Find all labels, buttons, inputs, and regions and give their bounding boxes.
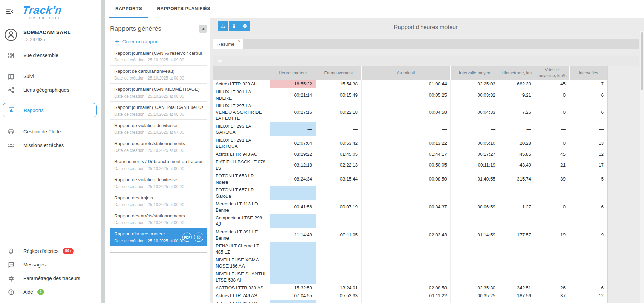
cell-value: — xyxy=(451,122,499,136)
sidebar-item-regles-d-alertes[interactable]: Règles d'alertes 99+ xyxy=(0,244,101,258)
chevron-down-icon xyxy=(217,58,222,64)
report-list-item[interactable]: Rapport de carburant(niveau) Date de cré… xyxy=(110,66,207,84)
column-header-intervalles: Intervalles xyxy=(569,66,608,80)
map-icon xyxy=(7,73,15,80)
table-row[interactable]: HILUX LT 293 LA GAROUA——————— xyxy=(213,122,608,136)
cell-value: 6 xyxy=(569,200,608,214)
sidebar-item-messages[interactable]: Messages xyxy=(0,258,101,272)
logo-subtitle: UP TO DATE xyxy=(23,16,61,20)
tab-rapports[interactable]: RAPPORTS xyxy=(109,0,148,18)
sidebar-item-rapports[interactable]: Rapports xyxy=(3,103,97,117)
create-report-button[interactable]: + Créer un rapport xyxy=(110,36,207,47)
document-tab-bar: Résumé × xyxy=(213,39,639,49)
sidebar-item-liens-geographiques[interactable]: Liens géographiques xyxy=(0,83,101,97)
table-row[interactable]: Actros LTTR 967 AS——————— xyxy=(213,300,608,303)
table-collapse-bar[interactable] xyxy=(213,56,639,66)
vertical-scrollbar[interactable] xyxy=(640,31,644,303)
account-info[interactable]: SOMBACAM SARL ID: 267935 xyxy=(0,28,101,43)
cell-value: 13 xyxy=(569,136,608,150)
tab-resume[interactable]: Résumé × xyxy=(213,39,243,49)
logo-title: Track'n xyxy=(22,5,63,15)
sidebar-item-missions-et-taches[interactable]: Missions et tâches xyxy=(0,139,101,152)
report-list-item[interactable]: Rapport de violation de vitesse Date de … xyxy=(110,120,207,138)
cell-value: — xyxy=(535,122,569,136)
table-row[interactable]: NIVELLEUSE XGMA NOSE 166 AA——————— xyxy=(213,256,608,270)
cell-value: 02:22:13 xyxy=(316,158,362,172)
sidebar-item-gestion-de-flotte[interactable]: Gestion de Flotte xyxy=(0,125,101,139)
table-row[interactable]: FOTON LT 653 LR Ndere08:24:3408:15:4400:… xyxy=(213,172,608,186)
cell-value: 0 xyxy=(535,102,569,122)
table-row[interactable]: Actros LTTR 943 AU03:29:2201:45:0501:44:… xyxy=(213,150,608,158)
table-row[interactable]: RENAULT Citerne LT 485 LZ——————— xyxy=(213,242,608,256)
cell-value: — xyxy=(451,256,499,270)
cell-value: 00:08:50 xyxy=(362,172,451,186)
sidebar-item-aide[interactable]: Aide 1 xyxy=(0,285,101,299)
table-row[interactable]: HILUX LT 291 LA BERTOUA01:07:0400:53:420… xyxy=(213,136,608,150)
cell-value: 00:04:33 xyxy=(451,102,499,122)
report-list-item[interactable]: Rapport journalier (CAN KILOMÉTRAGE) Dat… xyxy=(110,84,207,102)
table-row[interactable]: Mercedes LT 113 LD Benne00:41:5600:07:19… xyxy=(213,200,608,214)
cell-value: 02:03:43 xyxy=(362,228,451,242)
report-list-item[interactable]: Rapport de violation de vitesse Date de … xyxy=(110,174,207,192)
cell-value: — xyxy=(316,122,362,136)
vehicle-name: FOTON LT 653 LR Ndere xyxy=(213,172,270,186)
report-list-item[interactable]: Rapport des trajets Date de création : 2… xyxy=(110,192,207,210)
cell-value: — xyxy=(451,270,499,284)
column-header-heures-moteur: Heures moteur xyxy=(270,66,316,80)
table-row[interactable]: NIVELLEUSE SHANTUI LTSE 538 AI——————— xyxy=(213,270,608,284)
cell-value: — xyxy=(499,214,535,228)
report-list-item-selected[interactable]: Rapport d'heures moteur Date de création… xyxy=(110,228,207,246)
cell-value: — xyxy=(535,242,569,256)
collapse-panel-button[interactable]: ◀ xyxy=(199,25,207,33)
report-view: Rapport d'heures moteur Résumé × Heures … xyxy=(210,18,644,303)
table-row[interactable]: Mercedes LT 891 LF Benne11:14:4809:11:05… xyxy=(213,228,608,242)
cell-value: — xyxy=(535,300,569,303)
cell-value: — xyxy=(499,122,535,136)
cell-value: 01:00:44 xyxy=(362,80,451,88)
report-list-item[interactable]: Rapport journalier ( CAN Total CAN Fuel … xyxy=(110,102,207,120)
scrollbar-thumb[interactable] xyxy=(641,32,643,90)
company-id: ID: 267935 xyxy=(23,37,71,42)
sidebar-item-parametrage-des-traceurs[interactable]: Paramétrage des traceurs xyxy=(0,272,101,285)
column-header-vitesse-moyenne-km-h: Vitesse moyenne, km/h xyxy=(535,66,569,80)
table-row[interactable]: Compacteur LTSE 298 AJ——————— xyxy=(213,214,608,228)
cell-value: 01:45:05 xyxy=(316,150,362,158)
cell-value: 17 xyxy=(569,158,608,172)
table-row[interactable]: Actros LTTR 929 AU16:55:2215:54:3801:00:… xyxy=(213,80,608,88)
reports-panel-title: Rapports générés xyxy=(110,25,161,32)
table-row[interactable]: FOTON LT 657 LR Garoua——————— xyxy=(213,186,608,200)
report-list-item[interactable]: Branchements / Débranchement du traceur … xyxy=(110,156,207,174)
cell-value: — xyxy=(316,214,362,228)
table-row[interactable]: Actros LTTR 749 AS07:04:5505:53:3301:11:… xyxy=(213,292,608,300)
table-row[interactable]: FIAT FULLBACK LT 078 LS03:12:1802:22:130… xyxy=(213,158,608,172)
cell-value: 09:11:05 xyxy=(316,228,362,242)
table-row[interactable]: ACTROS LTTR 933 AS15:32:5913:24:0102:08:… xyxy=(213,284,608,292)
close-tab-icon[interactable]: × xyxy=(238,39,240,44)
main-region: RAPPORTS RAPPORTS PLANIFIÉS Rapports gén… xyxy=(105,0,644,303)
top-tab-bar: RAPPORTS RAPPORTS PLANIFIÉS xyxy=(105,0,644,18)
report-settings-icon[interactable]: ⚙ xyxy=(194,233,203,242)
cell-value: 0 xyxy=(535,136,569,150)
plus-icon: + xyxy=(115,38,119,45)
generated-reports-panel: Rapports générés ◀ + Créer un rapport Ra… xyxy=(105,18,210,303)
table-row[interactable]: HILUX LT 297 LA VENDU A SORTIR DE LA FLO… xyxy=(213,102,608,122)
vehicle-name: HILUX LT 291 LA BERTOUA xyxy=(213,136,270,150)
table-row[interactable]: HILUX LT 301 LA NDERE00:21:1400:15:4900:… xyxy=(213,88,608,102)
cell-value: — xyxy=(569,186,608,200)
report-list-item[interactable]: Rapport journalier (CAN % réservoir carb… xyxy=(110,47,207,66)
tab-rapports-planifies[interactable]: RAPPORTS PLANIFIÉS xyxy=(151,0,216,18)
sidebar-nav-bottom: Règles d'alertes 99+ Messages Paramétrag… xyxy=(0,244,101,299)
report-list-item[interactable]: Rapport des arrêts/stationnements Date d… xyxy=(110,138,207,156)
sidebar-item-vue-d-ensemble[interactable]: Vue d'ensemble xyxy=(0,48,101,62)
app-root: Track'n UP TO DATE SOMBACAM SARL ID: 267… xyxy=(0,0,644,303)
notification-badge: 1 xyxy=(37,289,44,295)
cell-value: — xyxy=(499,270,535,284)
table-header-row: Heures moteurEn mouvementAu ralentiInter… xyxy=(213,66,608,80)
cell-value: 00:04:58 xyxy=(362,102,451,122)
sidebar-item-suivi[interactable]: Suivi xyxy=(0,70,101,83)
menu-toggle-icon[interactable] xyxy=(5,8,14,17)
cell-value: 07:04:55 xyxy=(270,292,316,300)
report-list-item[interactable]: Rapport des arrêts/stationnements Date d… xyxy=(110,210,207,228)
cell-value: 16:55:22 xyxy=(270,80,316,88)
pdf-export-icon[interactable]: PDF xyxy=(182,233,192,242)
